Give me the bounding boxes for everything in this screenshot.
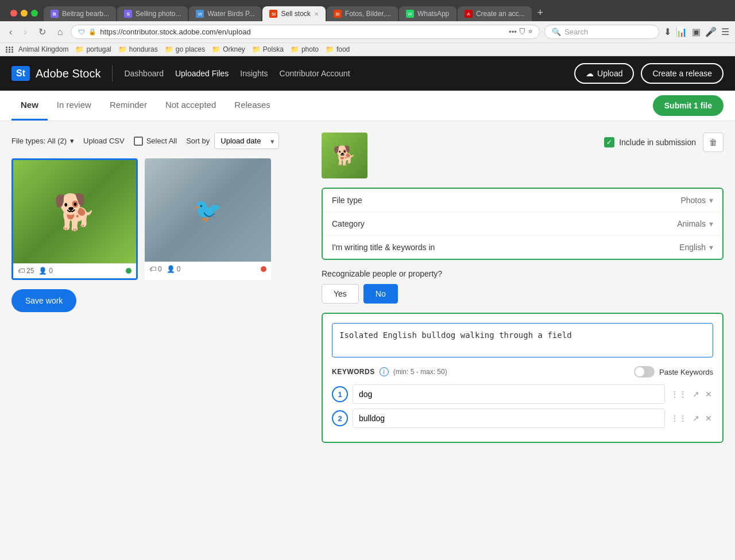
title-input[interactable] [332, 323, 713, 357]
category-label: Category [332, 219, 677, 228]
photo-card-2[interactable]: 🏷 0 👤 0 [145, 158, 271, 280]
nav-uploaded-files[interactable]: Uploaded Files [175, 67, 229, 80]
profile-icon[interactable]: 🎤 [705, 26, 717, 37]
traffic-dot-red[interactable] [10, 10, 17, 17]
toggle-knob [635, 367, 644, 376]
folder-icon-photo: 📁 [291, 45, 299, 53]
address-bar[interactable]: 🛡 🔒 https://contributor.stock.adobe.com/… [71, 25, 540, 39]
traffic-dot-yellow[interactable] [21, 10, 28, 17]
no-button[interactable]: No [363, 284, 398, 304]
left-panel: File types: All (2) ▾ Upload CSV Select … [11, 133, 310, 454]
keyword-input-1[interactable] [353, 384, 665, 404]
tab-label-7: Create an acc... [476, 10, 525, 18]
browser-tab-3[interactable]: W Water Birds P... [189, 6, 261, 21]
nav-contributor-account[interactable]: Contributor Account [280, 67, 350, 80]
tab-in-review[interactable]: In review [48, 91, 100, 120]
drag-handle-icon-1[interactable]: ⋮⋮ [670, 388, 688, 400]
tab-new[interactable]: New [11, 91, 48, 120]
delete-button[interactable]: 🗑 [703, 133, 724, 152]
drag-handle-icon-2[interactable]: ⋮⋮ [670, 413, 688, 424]
search-bar[interactable]: 🔍 Search [544, 25, 659, 39]
reader-icon[interactable]: ▣ [692, 26, 701, 37]
folder-icon-honduras: 📁 [118, 45, 127, 53]
language-dropdown[interactable]: English ▾ [679, 243, 713, 252]
tab-releases[interactable]: Releases [225, 91, 280, 120]
bookmark-orkney[interactable]: 📁 Orkney [212, 45, 245, 53]
category-dropdown[interactable]: Animals ▾ [677, 219, 713, 228]
browser-tab-6[interactable]: W WhatsApp [399, 6, 457, 21]
select-all-checkbox[interactable]: Select All [134, 137, 177, 146]
bookmark-label-orkney: Orkney [223, 45, 245, 53]
bookmark-portugal[interactable]: 📁 portugal [75, 45, 111, 53]
tab-not-accepted[interactable]: Not accepted [156, 91, 225, 120]
sort-by-control: Sort by Upload date File name Status [186, 133, 279, 149]
bookmark-label-food: food [336, 45, 350, 53]
tab-reminder[interactable]: Reminder [100, 91, 156, 120]
paste-keywords-label: Paste Keywords [659, 368, 713, 376]
browser-tab-2[interactable]: S Selling photo... [117, 6, 188, 21]
file-types-dropdown[interactable]: File types: All (2) ▾ [11, 137, 74, 145]
menu-icon[interactable]: ☰ [721, 26, 729, 37]
bookmark-food[interactable]: 📁 food [326, 45, 350, 53]
shield-icon: 🛡 [78, 28, 85, 36]
logo-badge: St [11, 66, 30, 81]
status-dot-1 [126, 268, 131, 274]
bookmark-photo[interactable]: 📁 photo [291, 45, 319, 53]
file-type-dropdown[interactable]: Photos ▾ [680, 196, 713, 205]
bookmark-label-polska: Polska [263, 45, 284, 53]
include-submission-control[interactable]: ✓ Include in submission [604, 137, 696, 147]
back-button[interactable]: ‹ [6, 26, 16, 38]
reload-button[interactable]: ↻ [35, 25, 49, 38]
traffic-dot-green[interactable] [31, 10, 38, 17]
keyword-input-2[interactable] [353, 409, 665, 428]
file-details-box: File type Photos ▾ Category Animals ▾ I'… [322, 188, 724, 260]
new-tab-button[interactable]: + [533, 5, 548, 21]
browser-tab-1[interactable]: B Beitrag bearb... [44, 6, 116, 21]
right-panel: 🐕 ✓ Include in submission 🗑 File type Ph… [322, 133, 724, 454]
paste-keywords-toggle-switch[interactable] [634, 366, 655, 378]
bookmark-go-places[interactable]: 📁 go places [165, 45, 205, 53]
expand-icon-1[interactable]: ↗ [691, 388, 701, 400]
upload-label: Upload [597, 69, 622, 78]
people-icon-1: 👤 [38, 267, 47, 275]
keywords-section: KEYWORDS i (min: 5 - max: 50) Paste Keyw… [332, 366, 713, 428]
tab-bar: B Beitrag bearb... S Selling photo... W … [44, 5, 548, 21]
keyword-actions-2: ⋮⋮ ↗ ✕ [670, 413, 713, 424]
save-work-button[interactable]: Save work [11, 289, 76, 312]
sort-select[interactable]: Upload date File name Status [214, 133, 279, 149]
browser-tab-7[interactable]: A Create an acc... [458, 6, 532, 21]
folder-icon-goplaces: 📁 [165, 45, 173, 53]
main-content: File types: All (2) ▾ Upload CSV Select … [0, 121, 735, 465]
keywords-info-icon[interactable]: i [380, 367, 389, 376]
bookmark-animal-kingdom[interactable]: Animal Kingdom [6, 45, 68, 53]
forward-button[interactable]: › [20, 26, 30, 38]
create-release-button[interactable]: Create a release [641, 63, 724, 84]
submit-button[interactable]: Submit 1 file [653, 95, 724, 116]
home-button[interactable]: ⌂ [54, 26, 67, 38]
download-icon[interactable]: ⬇ [664, 26, 671, 37]
reading-list-icon[interactable]: 📊 [676, 26, 687, 37]
nav-dashboard[interactable]: Dashboard [124, 67, 164, 80]
sort-select-wrapper[interactable]: Upload date File name Status [214, 133, 279, 149]
browser-tab-5[interactable]: St Fotos, Bilder,... [327, 6, 398, 21]
upload-csv-button[interactable]: Upload CSV [83, 137, 125, 145]
nav-insights[interactable]: Insights [240, 67, 268, 80]
remove-keyword-icon-2[interactable]: ✕ [704, 413, 713, 424]
tab-close-icon[interactable]: ✕ [314, 11, 319, 17]
yes-button[interactable]: Yes [322, 284, 359, 304]
upload-icon: ☁ [586, 69, 594, 78]
tab-label-5: Fotos, Bilder,... [345, 10, 391, 18]
file-type-row: File type Photos ▾ [323, 189, 722, 212]
tab-label-6: WhatsApp [417, 10, 449, 18]
expand-icon-2[interactable]: ↗ [691, 413, 701, 424]
photo-card-1[interactable]: 🏷 25 👤 0 [11, 158, 138, 280]
tag-icon-1: 🏷 [18, 267, 25, 275]
sort-by-label: Sort by [186, 137, 210, 145]
browser-tab-4-active[interactable]: St Sell stock ✕ [262, 6, 325, 21]
bookmark-honduras[interactable]: 📁 honduras [118, 45, 158, 53]
bookmark-polska[interactable]: 📁 Polska [252, 45, 284, 53]
tag-icon-2: 🏷 [149, 265, 156, 273]
upload-button[interactable]: ☁ Upload [574, 63, 634, 84]
include-checkbox[interactable]: ✓ [604, 137, 614, 147]
remove-keyword-icon-1[interactable]: ✕ [704, 388, 713, 400]
